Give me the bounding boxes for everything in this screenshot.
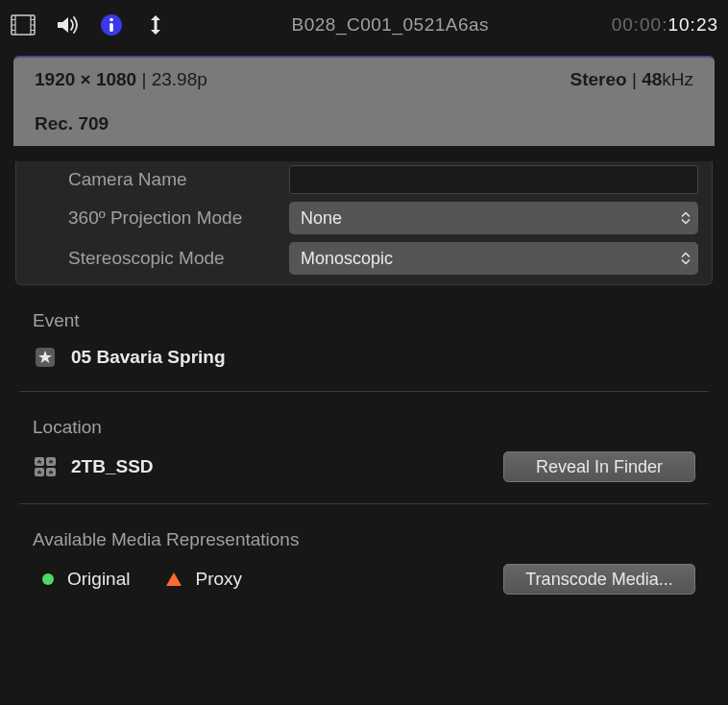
transcode-media-button[interactable]: Transcode Media... <box>503 564 695 595</box>
media-reps-label: Available Media Representations <box>33 529 695 550</box>
video-format: 1920 × 1080 | 23.98p <box>35 69 570 90</box>
info-inspector-icon[interactable] <box>98 12 125 38</box>
resolution: 1920 × 1080 <box>35 69 136 89</box>
audio-inspector-icon[interactable] <box>54 12 81 38</box>
chevron-updown-icon <box>681 253 691 265</box>
video-inspector-icon[interactable] <box>10 12 36 38</box>
audio-rate-unit: kHz <box>662 69 693 89</box>
reveal-in-finder-button[interactable]: Reveal In Finder <box>503 451 695 482</box>
inspector-body: Camera Name 360º Projection Mode None St… <box>0 146 728 625</box>
camera-name-row: Camera Name <box>16 161 712 198</box>
audio-format: Stereo | 48kHz <box>570 69 693 90</box>
timecode-prefix: 00:00: <box>612 14 668 35</box>
clip-info-banner: 1920 × 1080 | 23.98p Stereo | 48kHz Rec.… <box>13 56 715 146</box>
location-section: Location 2TB_SSD Reveal In Finder <box>19 391 709 503</box>
stereoscopic-mode-row: Stereoscopic Mode Monoscopic <box>16 238 712 279</box>
media-representations-section: Available Media Representations Original… <box>19 503 709 616</box>
frame-rate: 23.98p <box>152 69 207 89</box>
camera-settings-group: Camera Name 360º Projection Mode None St… <box>15 161 713 285</box>
event-name: 05 Bavaria Spring <box>71 347 695 368</box>
projection-mode-label: 360º Projection Mode <box>30 207 279 229</box>
location-section-label: Location <box>33 417 695 438</box>
stereoscopic-mode-value: Monoscopic <box>301 249 393 269</box>
projection-mode-row: 360º Projection Mode None <box>16 198 712 238</box>
chevron-updown-icon <box>681 212 691 225</box>
svg-rect-11 <box>109 23 113 32</box>
event-section: Event 05 Bavaria Spring <box>19 285 709 391</box>
status-dot-green-icon <box>42 573 54 585</box>
inspector-toolbar: B028_C001_0521A6as 00:00:10:23 <box>0 0 728 50</box>
svg-point-10 <box>109 18 113 22</box>
projection-mode-value: None <box>301 208 342 229</box>
timecode-value: 10:23 <box>667 14 718 35</box>
stereoscopic-mode-label: Stereoscopic Mode <box>30 248 279 269</box>
status-triangle-orange-icon <box>166 572 182 586</box>
share-inspector-icon[interactable] <box>142 12 169 38</box>
location-name: 2TB_SSD <box>71 456 490 477</box>
camera-name-label: Camera Name <box>30 169 279 190</box>
audio-channels: Stereo <box>570 69 626 89</box>
original-rep-label: Original <box>67 569 130 590</box>
event-section-label: Event <box>33 310 695 331</box>
event-star-icon <box>33 345 58 370</box>
clip-name: B028_C001_0521A6as <box>292 14 490 36</box>
proxy-rep-label: Proxy <box>195 569 242 590</box>
library-icon <box>33 454 58 479</box>
projection-mode-select[interactable]: None <box>289 202 698 234</box>
stereoscopic-mode-select[interactable]: Monoscopic <box>289 242 698 275</box>
audio-rate-value: 48 <box>642 69 662 89</box>
camera-name-input[interactable] <box>289 165 698 194</box>
timecode: 00:00:10:23 <box>612 14 718 36</box>
color-space: Rec. 709 <box>35 113 109 134</box>
